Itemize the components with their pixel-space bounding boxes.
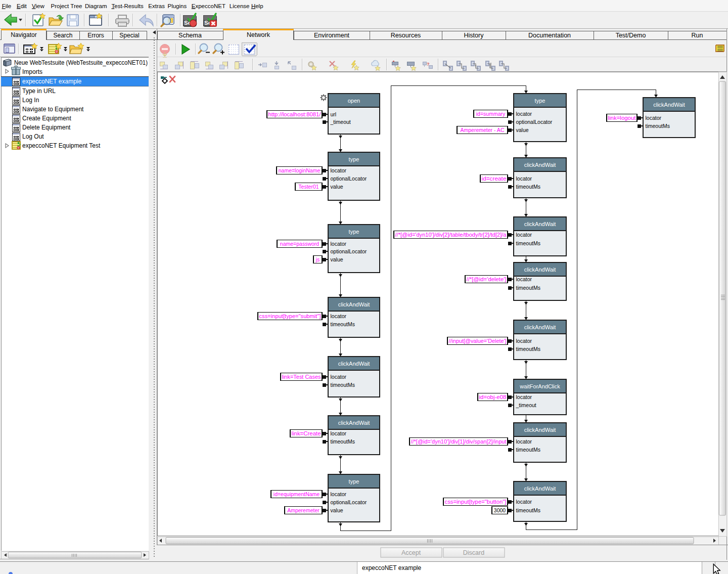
svg-text:js: js	[315, 256, 320, 262]
svg-text://input[@value='Delete']: //input[@value='Delete']	[449, 338, 507, 344]
svg-text:Schema: Schema	[178, 32, 202, 39]
svg-text:timeoutMs: timeoutMs	[331, 382, 355, 388]
svg-text:timeoutMs: timeoutMs	[516, 184, 540, 190]
svg-text:optionalLocator: optionalLocator	[331, 175, 367, 182]
svg-text:clickAndWait: clickAndWait	[524, 324, 556, 330]
svg-text:css=input[type="submit"]: css=input[type="submit"]	[259, 313, 321, 319]
svg-text:Extras: Extras	[148, 3, 165, 9]
svg-text:Network: Network	[247, 31, 270, 38]
svg-text:locator: locator	[516, 438, 532, 445]
svg-text:ExpeccoNET: ExpeccoNET	[192, 3, 225, 9]
svg-text:clickAndWait: clickAndWait	[338, 361, 370, 367]
svg-text:_timeout: _timeout	[516, 402, 536, 408]
svg-text:link=Test Cases: link=Test Cases	[282, 374, 321, 380]
svg-text:Type in URL: Type in URL	[22, 87, 56, 95]
svg-text:name=loginName: name=loginName	[279, 167, 321, 173]
svg-text:locator: locator	[331, 430, 347, 436]
svg-text:locator: locator	[331, 491, 347, 497]
svg-text:open: open	[348, 98, 360, 104]
svg-text:Navigate to Equipment: Navigate to Equipment	[22, 106, 84, 113]
svg-text:id=obj-e08: id=obj-e08	[479, 394, 507, 400]
svg-text:timeoutMs: timeoutMs	[331, 438, 355, 445]
svg-text:clickAndWait: clickAndWait	[653, 102, 685, 108]
svg-text:Amperemeter: Amperemeter	[287, 507, 320, 513]
svg-text:expeccoNET example: expeccoNET example	[22, 78, 81, 85]
svg-text:Neue WebTestsuite (WebTestsuit: Neue WebTestsuite (WebTestsuite_expeccoN…	[14, 59, 148, 66]
svg-text:optionalLocator: optionalLocator	[331, 248, 367, 254]
svg-text:type: type	[349, 156, 359, 162]
svg-text:Project Tree: Project Tree	[51, 3, 82, 9]
svg-text:clickAndWait: clickAndWait	[524, 427, 556, 433]
svg-text:Errors: Errors	[87, 32, 104, 39]
svg-text:Delete Equipment: Delete Equipment	[22, 124, 71, 131]
svg-text:Environment: Environment	[314, 32, 350, 39]
svg-text:History: History	[464, 32, 484, 39]
svg-text:Resources: Resources	[391, 32, 421, 39]
svg-text:link=Create: link=Create	[292, 430, 321, 436]
svg-text://*[@id='delete']: //*[@id='delete']	[467, 276, 507, 282]
svg-text:locator: locator	[516, 276, 532, 282]
svg-text:timeoutMs: timeoutMs	[516, 240, 540, 246]
svg-text:waitForAndClick: waitForAndClick	[519, 383, 560, 389]
svg-text:clickAndWait: clickAndWait	[524, 221, 556, 227]
svg-text:type: type	[349, 478, 359, 484]
svg-text:url: url	[331, 111, 337, 117]
svg-text:clickAndWait: clickAndWait	[338, 301, 370, 307]
svg-text:View: View	[32, 3, 44, 9]
svg-text:Create Equipment: Create Equipment	[22, 115, 71, 122]
svg-text:_timeout: _timeout	[330, 119, 351, 125]
svg-text:timeoutMs: timeoutMs	[516, 285, 540, 291]
svg-text:id=summary: id=summary	[476, 111, 506, 117]
svg-text:value: value	[331, 507, 343, 513]
svg-text:locator: locator	[516, 175, 532, 182]
svg-text:Imports: Imports	[22, 68, 42, 75]
svg-text:clickAndWait: clickAndWait	[338, 420, 370, 426]
svg-text:value: value	[516, 127, 529, 133]
svg-text:Special: Special	[119, 32, 139, 39]
svg-text:locator: locator	[516, 232, 532, 238]
svg-text:Amperemeter - AC: Amperemeter - AC	[461, 127, 505, 133]
svg-text:link=logout: link=logout	[608, 115, 636, 121]
svg-text://*[@id='dyn10']/div[2]/table/: //*[@id='dyn10']/div[2]/table/tbody/tr[2…	[395, 232, 507, 238]
svg-text:type: type	[535, 98, 545, 104]
svg-text:Test-Results: Test-Results	[112, 3, 144, 9]
svg-text:Discard: Discard	[463, 549, 484, 556]
svg-text:locator: locator	[516, 499, 532, 505]
svg-text:timeoutMs: timeoutMs	[516, 447, 540, 453]
svg-text:Search: Search	[53, 32, 72, 39]
svg-text:locator: locator	[516, 394, 532, 400]
svg-text:locator: locator	[331, 374, 347, 380]
svg-text:locator: locator	[516, 111, 532, 117]
svg-text:locator: locator	[516, 338, 532, 344]
svg-text:Diagram: Diagram	[85, 3, 107, 9]
svg-text:Run: Run	[692, 32, 703, 39]
svg-text:locator: locator	[646, 115, 662, 121]
svg-text:clickAndWait: clickAndWait	[524, 267, 556, 273]
svg-text:Plugins: Plugins	[168, 3, 187, 9]
svg-text:locator: locator	[331, 167, 347, 173]
svg-text:value: value	[331, 256, 343, 262]
svg-text:optionalLocator: optionalLocator	[516, 119, 553, 125]
svg-text:Tester01: Tester01	[298, 184, 318, 190]
svg-text:License: License	[230, 3, 250, 9]
svg-text:id=create: id=create	[482, 175, 507, 182]
svg-text:expeccoNET Equipment Test: expeccoNET Equipment Test	[22, 142, 101, 149]
svg-text:Navigator: Navigator	[11, 31, 36, 38]
svg-text:clickAndWait: clickAndWait	[524, 485, 556, 492]
svg-text:locator: locator	[331, 313, 347, 319]
svg-text:Documentation: Documentation	[528, 32, 571, 39]
svg-text:Log In: Log In	[22, 97, 39, 104]
svg-text:id=equipmentName: id=equipmentName	[274, 491, 320, 497]
svg-text:expeccoNET example: expeccoNET example	[362, 564, 421, 571]
svg-text:Accept: Accept	[401, 549, 421, 556]
svg-text:timeoutMs: timeoutMs	[516, 346, 540, 352]
svg-text:timeoutMs: timeoutMs	[646, 123, 670, 129]
svg-text:clickAndWait: clickAndWait	[524, 162, 556, 168]
svg-text:Log Out: Log Out	[22, 133, 44, 140]
svg-text:?: ?	[427, 62, 430, 67]
svg-text:timeoutMs: timeoutMs	[516, 507, 540, 513]
svg-text:type: type	[349, 229, 359, 235]
svg-text:3000: 3000	[494, 507, 506, 513]
svg-text:name=password: name=password	[280, 241, 319, 247]
svg-text:Help: Help	[251, 3, 263, 9]
